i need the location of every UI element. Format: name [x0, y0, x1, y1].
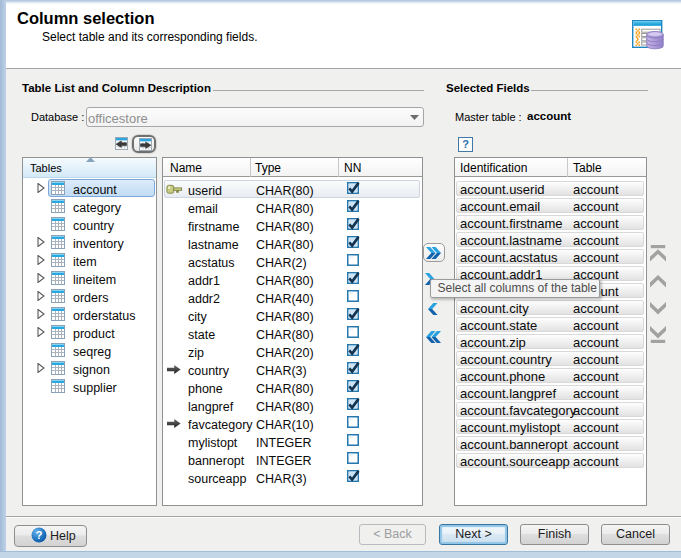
svg-text:?: ? [36, 529, 43, 541]
